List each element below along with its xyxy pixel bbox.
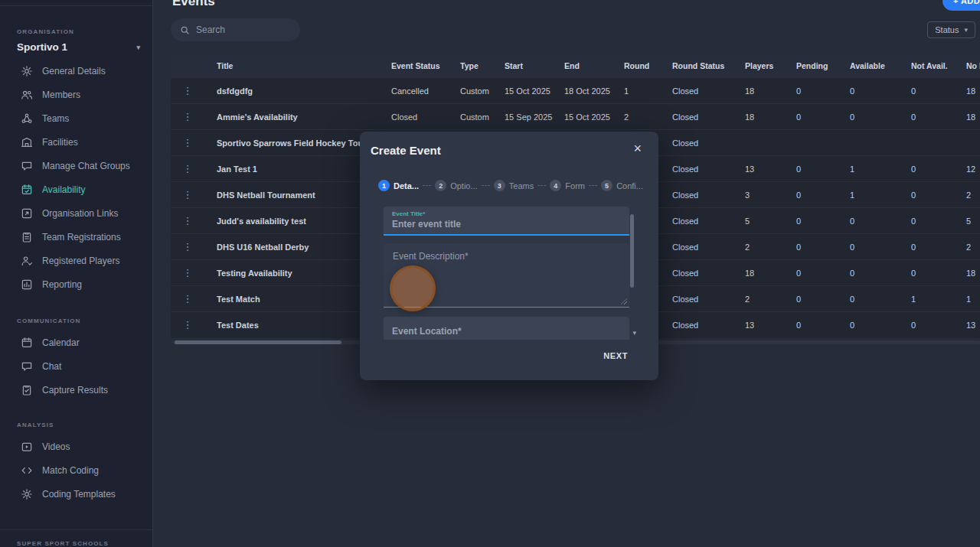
event-title-placeholder: Enter event title [392,219,461,230]
cell-available: 0 [850,112,911,122]
create-event-modal: Create Event × 1 Deta... 2 Optio... 3 Te… [360,132,658,380]
cell-pending: 0 [796,164,850,174]
sidebar-item-availability[interactable]: Availability [0,177,152,201]
sidebar-item-label: Chat [42,361,61,372]
horizontal-scrollbar-thumb[interactable] [175,340,341,344]
cell-available: 0 [850,86,911,96]
cell-not-avail: 0 [911,112,966,122]
cell-pending: 0 [796,112,850,122]
cell-players: 18 [745,269,796,278]
row-menu-icon[interactable]: ⋮ [183,267,193,278]
sidebar-top-divider [0,0,152,6]
column-round-status: Round Status [672,61,745,70]
row-menu-icon[interactable]: ⋮ [183,137,193,148]
row-menu-icon[interactable]: ⋮ [183,85,193,96]
row-menu-icon[interactable]: ⋮ [183,241,193,252]
cell-pending: 0 [796,295,850,304]
row-menu-icon[interactable]: ⋮ [183,189,193,200]
search-bar[interactable] [171,18,300,41]
sidebar-item-reporting[interactable]: Reporting [0,272,152,296]
cell-menu: ⋮ [171,189,204,200]
step-options[interactable]: 2 Optio... [435,180,477,191]
cell-no-responses: 2 [966,190,980,200]
sidebar-item-registered-players[interactable]: Registered Players [0,249,152,272]
close-icon[interactable]: × [633,142,642,155]
row-menu-icon[interactable]: ⋮ [183,111,193,122]
event-description-label: Event Description* [393,251,469,262]
sidebar-item-coding-templates[interactable]: Coding Templates [0,482,152,506]
status-filter-button[interactable]: Status ▾ [927,21,975,38]
row-menu-icon[interactable]: ⋮ [183,293,193,304]
cell-pending: 0 [796,321,850,330]
column-start: Start [505,61,564,70]
step-label: Optio... [450,181,477,190]
cell-round-status: Closed [672,217,745,226]
step-confirm[interactable]: 5 Confi... [601,180,643,191]
sidebar-item-videos[interactable]: Videos [0,435,152,458]
event-title-label: Event Title* [392,210,425,217]
cell-round: 1 [624,86,672,96]
cell-pending: 0 [796,243,850,252]
step-connector [537,185,546,186]
sidebar-item-members[interactable]: Members [0,83,152,106]
search-icon [180,25,190,35]
sidebar-item-chat[interactable]: Chat [0,354,152,378]
scrollbar-down-arrow[interactable]: ▾ [632,329,636,337]
analysis-section-label: ANALYSIS [0,422,152,428]
cell-available: 1 [850,164,911,174]
cell-menu: ⋮ [171,137,204,148]
org-selector[interactable]: Sportivo 1 ▾ [17,41,140,53]
cell-players: 13 [745,164,796,174]
modal-title: Create Event [360,132,658,157]
event-location-field[interactable]: Event Location* [384,317,629,340]
modal-scrollbar-thumb[interactable] [630,214,634,288]
members-icon [21,89,33,101]
step-teams[interactable]: 3 Teams [494,180,534,191]
sidebar-item-label: Members [42,90,80,100]
cell-event-status: Closed [391,112,460,122]
column-no-responses: No R [966,61,980,70]
step-number: 1 [378,180,390,191]
cell-players: 3 [745,190,796,200]
click-highlight-circle [390,265,436,311]
cell-available: 0 [850,269,911,278]
communication-nav: Calendar Chat Capture Results [0,330,152,402]
sidebar-item-calendar[interactable]: Calendar [0,330,152,354]
cell-round-status: Closed [672,112,745,122]
step-details[interactable]: 1 Deta... [378,180,419,191]
search-input[interactable] [196,24,292,35]
row-menu-icon[interactable]: ⋮ [183,163,193,174]
sidebar-item-label: Registered Players [42,256,119,266]
event-title-field[interactable]: Event Title* Enter event title [384,207,629,236]
sidebar-item-match-coding[interactable]: Match Coding [0,458,152,482]
cell-not-avail: 0 [911,164,966,174]
chevron-down-icon: ▾ [136,44,140,51]
sidebar-item-manage-chat-groups[interactable]: Manage Chat Groups [0,154,152,177]
reporting-chart-icon [21,278,33,291]
row-menu-icon[interactable]: ⋮ [183,319,193,330]
row-menu-icon[interactable]: ⋮ [183,215,193,226]
step-connector [589,185,597,186]
sidebar-item-label: Facilities [42,137,78,148]
cell-pending: 0 [796,190,850,200]
sidebar-item-facilities[interactable]: Facilities [0,130,152,154]
sidebar-item-organisation-links[interactable]: Organisation Links [0,201,152,225]
add-event-button[interactable]: + ADD [942,0,980,11]
table-row[interactable]: ⋮ Ammie's Availability Closed Custom 15 … [171,103,980,129]
sidebar-item-general-details[interactable]: General Details [0,59,152,83]
cell-round-status: Closed [672,164,745,174]
step-form[interactable]: 4 Form [550,180,585,191]
resize-handle[interactable] [621,298,627,304]
column-type: Type [460,61,505,70]
sidebar-item-label: Team Registrations [42,232,121,243]
sidebar-item-teams[interactable]: Teams [0,106,152,130]
sidebar-item-team-registrations[interactable]: Team Registrations [0,225,152,249]
sidebar-item-capture-results[interactable]: Capture Results [0,378,152,402]
cell-menu: ⋮ [171,241,204,252]
cell-available: 1 [850,190,911,200]
next-button[interactable]: NEXT [603,351,628,360]
cell-start: 15 Sep 2025 [505,112,564,122]
table-row[interactable]: ⋮ dsfdgdfg Cancelled Custom 15 Oct 2025 … [171,77,980,103]
table-header-row: Title Event Status Type Start End Round … [171,54,980,77]
cell-no-responses: 5 [966,217,980,226]
